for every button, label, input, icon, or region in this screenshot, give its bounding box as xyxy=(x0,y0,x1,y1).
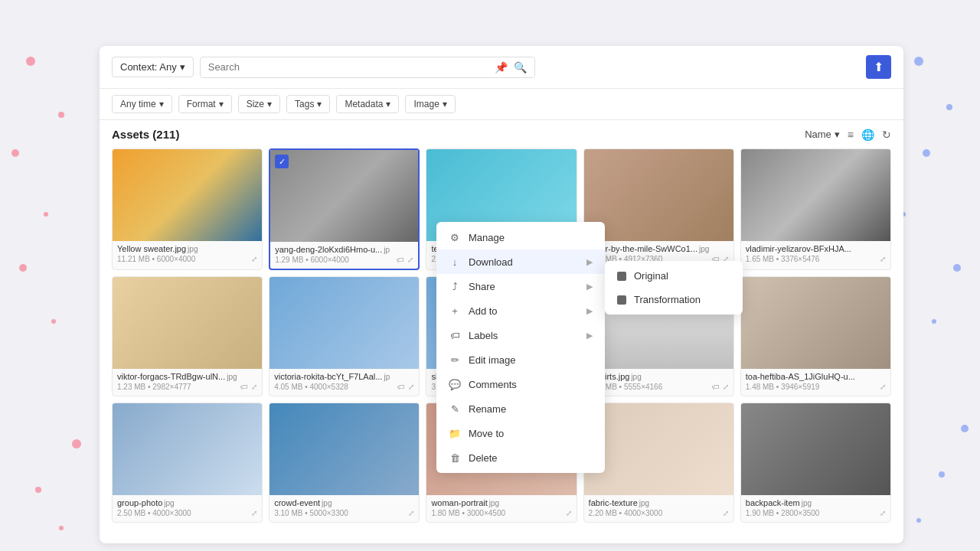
asset-ext: jp xyxy=(384,246,390,254)
asset-size: 1.23 MB • 2982×4777 xyxy=(117,383,191,391)
asset-meta: 2.50 MB • 4000×3000 ⤢ xyxy=(117,509,257,517)
asset-meta: 1.90 MB • 2800×3500 ⤢ xyxy=(746,509,886,517)
asset-size: 2.50 MB • 4000×3000 xyxy=(117,509,191,517)
asset-info: yang-deng-2loKxdi6Hmo-u... jp 1.29 MB • … xyxy=(270,242,418,269)
asset-info: woman-portrait jpg 1.80 MB • 3000×4500 ⤢ xyxy=(426,495,576,522)
menu-item-share[interactable]: ⤴ Share ▶ xyxy=(436,274,605,298)
menu-item-labels[interactable]: 🏷 Labels ▶ xyxy=(436,323,605,347)
asset-meta: 2.20 MB • 4000×3000 ⤢ xyxy=(589,509,729,517)
menu-item-edit-image[interactable]: ✏ Edit image xyxy=(436,347,605,372)
menu-item-label: Share xyxy=(469,281,495,292)
chevron-icon: ▾ xyxy=(159,99,164,109)
filter-format[interactable]: Format ▾ xyxy=(178,95,232,113)
top-bar: Context: Any ▾ 📌 🔍 ⬆ xyxy=(100,46,903,89)
menu-item-icon: + xyxy=(449,305,461,317)
submenu-item-original[interactable]: Original xyxy=(605,264,743,288)
asset-meta: 1.65 MB • 3376×5476 ⤢ xyxy=(746,255,886,263)
expand-icon: ⤢ xyxy=(408,509,414,517)
menu-item-icon: 💬 xyxy=(449,378,461,390)
menu-item-add-to[interactable]: + Add to ▶ xyxy=(436,298,605,323)
sort-button[interactable]: Name ▾ xyxy=(805,129,840,140)
asset-card[interactable]: fabric-texture jpg 2.20 MB • 4000×3000 ⤢ xyxy=(583,403,734,523)
filter-size[interactable]: Size ▾ xyxy=(238,95,280,113)
expand-icon: ⤢ xyxy=(880,383,886,391)
asset-icons: ⤢ xyxy=(566,509,572,517)
context-dropdown[interactable]: Context: Any ▾ xyxy=(112,57,194,77)
chevron-down-icon: ▾ xyxy=(180,61,185,73)
asset-name: woman-portrait xyxy=(431,498,487,507)
menu-item-comments[interactable]: 💬 Comments xyxy=(436,372,605,396)
asset-card[interactable]: vladimir-yelizarov-BFxHJA... 1.65 MB • 3… xyxy=(740,148,891,270)
filter-anytime[interactable]: Any time ▾ xyxy=(112,95,172,113)
asset-info: viktor-forgacs-TRdBgw-ulN... jpg 1.23 MB… xyxy=(113,369,262,396)
filter-tags[interactable]: Tags ▾ xyxy=(286,95,330,113)
asset-ext: jpg xyxy=(699,245,709,253)
asset-thumbnail xyxy=(741,277,890,369)
asset-card[interactable]: group-photo jpg 2.50 MB • 4000×3000 ⤢ xyxy=(112,403,263,523)
expand-icon: ⤢ xyxy=(251,255,257,263)
asset-size: 11.21 MB • 6000×4000 xyxy=(117,255,195,263)
menu-item-icon: 📁 xyxy=(449,427,461,439)
asset-icons: ⤢ xyxy=(880,509,886,517)
submenu-arrow-icon: ▶ xyxy=(586,331,593,341)
asset-thumbnail xyxy=(113,277,262,369)
menu-item-download[interactable]: ↓ Download ▶ Original Transformation xyxy=(436,249,605,274)
globe-icon-button[interactable]: 🌐 xyxy=(861,129,874,141)
chevron-icon: ▾ xyxy=(317,99,322,109)
expand-icon: ⤢ xyxy=(251,509,257,517)
tag-icon: 🏷 xyxy=(712,383,720,391)
chevron-icon: ▾ xyxy=(386,99,390,109)
asset-name: vladimir-yelizarov-BFxHJA... xyxy=(746,244,851,253)
menu-item-move-to[interactable]: 📁 Move to xyxy=(436,421,605,445)
asset-card[interactable]: backpack-item jpg 1.90 MB • 2800×3500 ⤢ xyxy=(740,403,891,523)
asset-thumbnail xyxy=(741,403,890,495)
search-button[interactable]: 🔍 xyxy=(514,61,527,73)
refresh-button[interactable]: ↻ xyxy=(882,129,891,141)
asset-name: victoria-rokita-bcYt_F7LAal... xyxy=(274,372,382,381)
asset-meta: 1.23 MB • 2982×4777 🏷 ⤢ xyxy=(117,383,257,391)
asset-card[interactable]: toa-heftiba-AS_1JiGluHQ-u... 1.48 MB • 3… xyxy=(740,276,891,396)
asset-ext: jp xyxy=(384,373,390,381)
asset-card[interactable]: wiser-by-the-mile-SwWCo1... jpg 1.45 MB … xyxy=(583,148,734,270)
chevron-icon: ▾ xyxy=(443,99,447,109)
menu-item-label: Manage xyxy=(469,232,505,243)
asset-info: crowd-event jpg 3.10 MB • 5000×3300 ⤢ xyxy=(270,495,419,522)
menu-item-label: Delete xyxy=(469,452,498,464)
submenu-item-label: Transformation xyxy=(634,294,701,305)
asset-card[interactable]: Yellow sweater.jpg jpg 11.21 MB • 6000×4… xyxy=(112,148,263,270)
asset-card[interactable]: victoria-rokita-bcYt_F7LAal... jp 4.05 M… xyxy=(269,276,420,396)
asset-meta: 1.29 MB • 6000×4000 🏷 ⤢ xyxy=(275,256,413,264)
pin-button[interactable]: 📌 xyxy=(495,61,508,73)
asset-meta: 4.05 MB • 4000×5328 🏷 ⤢ xyxy=(274,383,414,391)
asset-card[interactable]: ✓ yang-deng-2loKxdi6Hmo-u... jp 1.29 MB … xyxy=(269,148,420,270)
download-submenu: Original Transformation xyxy=(605,261,743,315)
menu-item-icon: ⚙ xyxy=(449,231,461,243)
asset-info: vladimir-yelizarov-BFxHJA... 1.65 MB • 3… xyxy=(741,241,890,268)
upload-button[interactable]: ⬆ xyxy=(866,55,891,79)
expand-icon: ⤢ xyxy=(251,383,257,391)
menu-item-label: Labels xyxy=(469,330,498,341)
menu-item-label: Edit image xyxy=(469,354,515,366)
filter-metadata[interactable]: Metadata ▾ xyxy=(336,95,399,113)
submenu-arrow-icon: ▶ xyxy=(586,282,593,292)
submenu-arrow-icon: ▶ xyxy=(586,306,593,316)
tag-icon: 🏷 xyxy=(397,383,405,391)
menu-item-manage[interactable]: ⚙ Manage xyxy=(436,225,605,249)
asset-thumbnail xyxy=(270,277,419,369)
asset-thumbnail xyxy=(113,149,262,241)
menu-item-rename[interactable]: ✎ Rename xyxy=(436,396,605,421)
tag-icon: 🏷 xyxy=(240,383,248,391)
submenu-item-label: Original xyxy=(634,270,668,282)
filter-image[interactable]: Image ▾ xyxy=(405,95,455,113)
assets-controls: Name ▾ ≡ 🌐 ↻ xyxy=(805,129,891,141)
menu-item-icon: ↓ xyxy=(449,256,461,268)
asset-card[interactable]: crowd-event jpg 3.10 MB • 5000×3300 ⤢ xyxy=(269,403,420,523)
asset-icons: ⤢ xyxy=(880,255,886,263)
menu-item-label: Download xyxy=(469,256,513,268)
asset-info: Yellow sweater.jpg jpg 11.21 MB • 6000×4… xyxy=(113,241,262,268)
filter-icon-button[interactable]: ≡ xyxy=(848,129,854,141)
menu-item-delete[interactable]: 🗑 Delete xyxy=(436,445,605,470)
submenu-item-transformation[interactable]: Transformation xyxy=(605,288,743,311)
search-input[interactable] xyxy=(208,61,488,73)
asset-card[interactable]: viktor-forgacs-TRdBgw-ulN... jpg 1.23 MB… xyxy=(112,276,263,396)
